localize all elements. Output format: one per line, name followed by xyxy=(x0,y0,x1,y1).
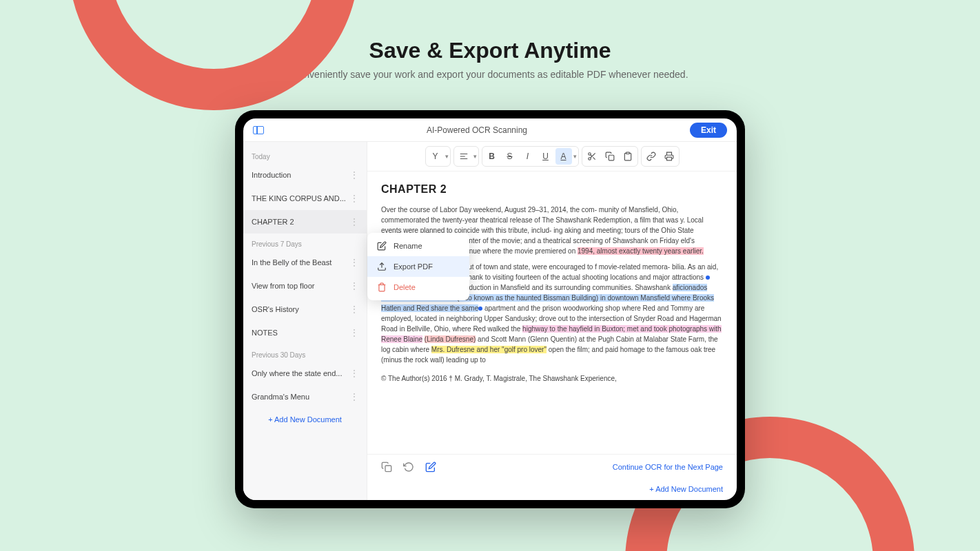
more-icon[interactable]: ⋮ xyxy=(350,217,358,227)
context-menu: Rename Export PDF Delete xyxy=(367,233,469,300)
highlight-yellow: Mrs. Dufresne and her "golf pro lover" xyxy=(431,346,547,353)
underline-button[interactable]: U xyxy=(538,148,554,165)
editor-toolbar: Y▾ ▾ B S I U A▾ xyxy=(367,142,737,171)
sidebar-section-label: Previous 30 Days xyxy=(243,344,367,362)
decorative-ring-top xyxy=(69,0,358,110)
editor-content[interactable]: CHAPTER 2 Over the course of Labor Day w… xyxy=(367,171,737,454)
svg-point-3 xyxy=(588,153,591,156)
print-button[interactable] xyxy=(661,148,677,165)
sidebar-note-item[interactable]: CHAPTER 2⋮ xyxy=(243,210,367,233)
note-title: THE KING CORPUS AND... xyxy=(252,194,346,202)
svg-rect-10 xyxy=(666,157,671,160)
note-title: Grandma's Menu xyxy=(252,393,309,401)
trash-icon xyxy=(377,282,387,292)
sidebar-note-item[interactable]: Grandma's Menu⋮ xyxy=(243,385,367,408)
note-title: NOTES xyxy=(252,329,278,337)
more-icon[interactable]: ⋮ xyxy=(350,258,358,267)
paste-button[interactable] xyxy=(620,148,636,165)
top-bar: AI-Powered OCR Scanning Exit xyxy=(243,118,737,142)
main-panel: Y▾ ▾ B S I U A▾ xyxy=(367,142,737,500)
sidebar-note-item[interactable]: OSR's History⋮ xyxy=(243,298,367,321)
sidebar-section-label: Previous 7 Days xyxy=(243,233,367,251)
note-title: CHAPTER 2 xyxy=(252,218,294,226)
svg-point-4 xyxy=(588,158,591,160)
edit-icon xyxy=(377,241,387,251)
add-document-footer[interactable]: + Add New Document xyxy=(649,485,723,493)
link-button[interactable] xyxy=(643,148,660,165)
undo-icon[interactable] xyxy=(403,461,414,472)
sidebar-note-item[interactable]: Introduction⋮ xyxy=(243,163,367,187)
export-icon xyxy=(377,262,387,271)
delete-label: Delete xyxy=(394,283,416,291)
note-title: Introduction xyxy=(252,171,291,179)
note-title: Only where the state end... xyxy=(252,369,342,377)
document-title: AI-Powered OCR Scanning xyxy=(264,125,690,135)
sidebar-note-item[interactable]: In the Belly of the Beast⋮ xyxy=(243,251,367,274)
more-icon[interactable]: ⋮ xyxy=(350,368,358,378)
more-icon[interactable]: ⋮ xyxy=(350,194,358,203)
svg-rect-12 xyxy=(385,466,391,472)
svg-rect-9 xyxy=(626,152,629,154)
highlight-pink: 1994, almost exactly twenty years earlie… xyxy=(578,247,704,255)
compose-icon[interactable] xyxy=(425,461,436,472)
cut-button[interactable] xyxy=(584,148,600,165)
note-title: In the Belly of the Beast xyxy=(252,258,331,267)
bold-button[interactable]: B xyxy=(484,148,500,165)
export-label: Export PDF xyxy=(394,262,433,271)
tablet-frame: AI-Powered OCR Scanning Exit TodayIntrod… xyxy=(235,110,745,508)
selection-handle-start[interactable] xyxy=(706,276,710,280)
continue-ocr-link[interactable]: Continue OCR for the Next Page xyxy=(613,463,723,471)
clipboard-icon[interactable] xyxy=(381,461,392,472)
svg-line-7 xyxy=(590,155,591,156)
sidebar-toggle-icon[interactable] xyxy=(253,126,264,134)
note-title: View from top floor xyxy=(252,282,315,290)
copy-button[interactable] xyxy=(602,148,618,165)
copyright-line: © The Author(s) 2016 † M. Grady, T. Magi… xyxy=(381,373,723,384)
strikethrough-button[interactable]: S xyxy=(502,148,518,165)
footer-add-doc-row: + Add New Document xyxy=(367,479,737,500)
font-style-button[interactable]: Y xyxy=(427,148,444,165)
export-pdf-menu-item[interactable]: Export PDF xyxy=(367,256,469,277)
sidebar: TodayIntroduction⋮THE KING CORPUS AND...… xyxy=(243,142,367,500)
highlight-button[interactable]: A xyxy=(555,148,572,165)
more-icon[interactable]: ⋮ xyxy=(350,170,358,180)
more-icon[interactable]: ⋮ xyxy=(350,281,358,291)
add-document-sidebar[interactable]: + Add New Document xyxy=(243,408,367,430)
sidebar-note-item[interactable]: NOTES⋮ xyxy=(243,321,367,344)
sidebar-note-item[interactable]: THE KING CORPUS AND...⋮ xyxy=(243,187,367,210)
rename-label: Rename xyxy=(394,242,422,250)
highlight-red: (Linda Dufresne) xyxy=(425,335,476,343)
sidebar-note-item[interactable]: View from top floor⋮ xyxy=(243,274,367,298)
rename-menu-item[interactable]: Rename xyxy=(367,236,469,256)
italic-button[interactable]: I xyxy=(520,148,536,165)
more-icon[interactable]: ⋮ xyxy=(350,392,358,402)
editor-footer: Continue OCR for the Next Page xyxy=(367,454,737,479)
svg-rect-8 xyxy=(609,155,614,160)
svg-line-6 xyxy=(593,157,595,159)
chapter-heading: CHAPTER 2 xyxy=(381,181,723,198)
more-icon[interactable]: ⋮ xyxy=(350,328,358,337)
align-button[interactable] xyxy=(456,148,472,165)
exit-button[interactable]: Exit xyxy=(690,123,727,138)
more-icon[interactable]: ⋮ xyxy=(350,304,358,314)
delete-menu-item[interactable]: Delete xyxy=(367,277,469,298)
sidebar-section-label: Today xyxy=(243,146,367,163)
sidebar-note-item[interactable]: Only where the state end...⋮ xyxy=(243,362,367,385)
note-title: OSR's History xyxy=(252,305,299,313)
app-screen: AI-Powered OCR Scanning Exit TodayIntrod… xyxy=(243,118,737,500)
app-body: TodayIntroduction⋮THE KING CORPUS AND...… xyxy=(243,142,737,500)
